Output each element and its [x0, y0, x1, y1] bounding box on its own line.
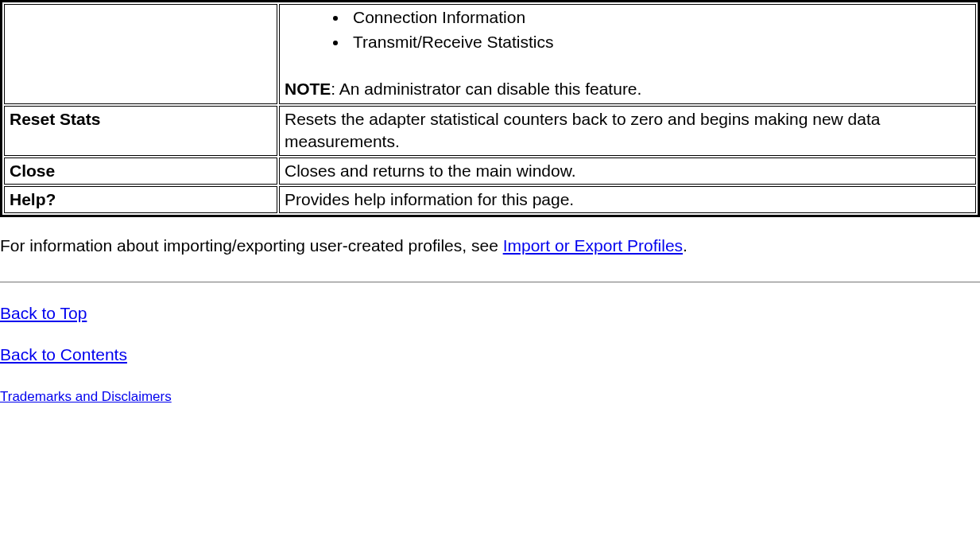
- row-label: Close: [4, 158, 277, 185]
- row-desc: Provides help information for this page.: [279, 186, 976, 213]
- para-post: .: [683, 236, 688, 255]
- bullet-list: Connection Information Transmit/Receive …: [285, 6, 970, 54]
- table-row: Connection Information Transmit/Receive …: [4, 4, 976, 104]
- import-export-link[interactable]: Import or Export Profiles: [503, 236, 683, 255]
- note: NOTE: An administrator can disable this …: [285, 78, 970, 100]
- reference-table: Connection Information Transmit/Receive …: [0, 0, 980, 217]
- table-row: Help? Provides help information for this…: [4, 186, 976, 213]
- table-row: Reset Stats Resets the adapter statistic…: [4, 106, 976, 156]
- row-desc: Resets the adapter statistical counters …: [279, 106, 976, 156]
- note-text: : An administrator can disable this feat…: [331, 80, 641, 98]
- back-to-top-link[interactable]: Back to Top: [0, 304, 87, 322]
- list-item: Transmit/Receive Statistics: [348, 31, 970, 53]
- divider: [0, 282, 980, 283]
- row-desc: Closes and returns to the main window.: [279, 158, 976, 185]
- table-row: Close Closes and returns to the main win…: [4, 158, 976, 185]
- paragraph: For information about importing/exportin…: [0, 235, 980, 257]
- row-label: Help?: [4, 186, 277, 213]
- note-label: NOTE: [285, 80, 331, 98]
- row-label: Reset Stats: [4, 106, 277, 156]
- row-label: [4, 4, 277, 104]
- para-pre: For information about importing/exportin…: [0, 236, 503, 255]
- row-desc: Connection Information Transmit/Receive …: [279, 4, 976, 104]
- list-item: Connection Information: [348, 6, 970, 29]
- back-to-contents-link[interactable]: Back to Contents: [0, 345, 127, 364]
- trademarks-link[interactable]: Trademarks and Disclaimers: [0, 389, 172, 404]
